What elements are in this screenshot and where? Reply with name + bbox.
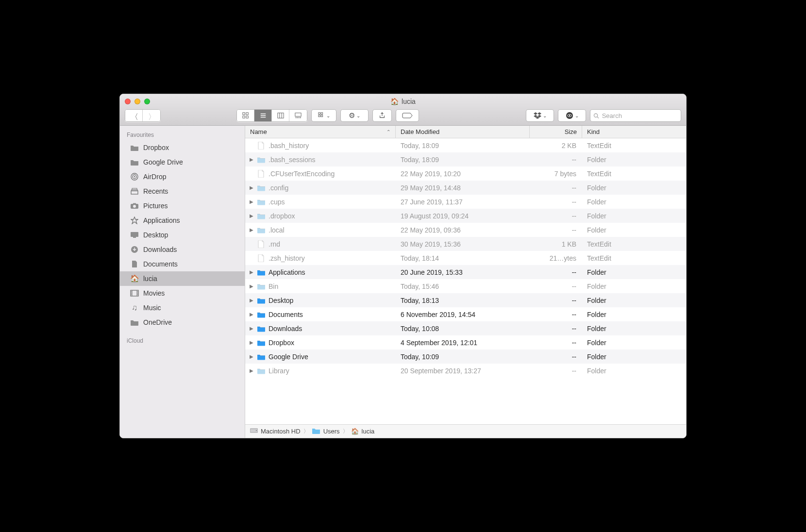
folder-icon: [257, 310, 266, 319]
disclosure-triangle-icon[interactable]: ▶: [249, 185, 254, 190]
view-column-button[interactable]: [272, 110, 289, 121]
file-row[interactable]: ▶BinToday, 15:46--Folder: [245, 279, 686, 293]
view-icon-button[interactable]: [237, 110, 254, 121]
file-row[interactable]: ▶Google DriveToday, 10:09--Folder: [245, 349, 686, 364]
sidebar-item-label: AirDrop: [143, 173, 166, 181]
sidebar-item-google-drive[interactable]: Google Drive: [120, 155, 245, 169]
file-row[interactable]: ▶DownloadsToday, 10:08--Folder: [245, 321, 686, 335]
privacy-menu-button[interactable]: ⌄: [558, 109, 586, 122]
file-row[interactable]: ▶DesktopToday, 18:13--Folder: [245, 293, 686, 307]
column-size[interactable]: Size: [530, 126, 582, 138]
disclosure-triangle-icon[interactable]: ▶: [249, 312, 254, 317]
file-row[interactable]: ▶Dropbox4 September 2019, 12:01--Folder: [245, 335, 686, 349]
disclosure-triangle-icon[interactable]: ▶: [249, 199, 254, 204]
file-row[interactable]: ▶Documents6 November 2019, 14:54--Folder: [245, 307, 686, 321]
file-row[interactable]: ▶.dropbox19 August 2019, 09:24--Folder: [245, 209, 686, 223]
search-field[interactable]: [590, 109, 681, 122]
path-part[interactable]: Users: [323, 428, 340, 435]
file-row[interactable]: .bash_historyToday, 18:092 KBTextEdit: [245, 138, 686, 152]
file-list[interactable]: .bash_historyToday, 18:092 KBTextEdit▶.b…: [245, 138, 686, 424]
content-area: Name ⌃ Date Modified Size Kind .bash_his…: [245, 126, 686, 438]
file-size: --: [530, 297, 582, 304]
file-date: Today, 18:13: [396, 297, 530, 304]
file-date: 27 June 2019, 11:37: [396, 198, 530, 206]
file-name: .dropbox: [269, 212, 295, 220]
file-icon: [257, 169, 266, 178]
sidebar-item-pictures[interactable]: Pictures: [120, 199, 245, 213]
disclosure-triangle-icon[interactable]: ▶: [249, 269, 254, 275]
file-row[interactable]: ▶.cups27 June 2019, 11:37--Folder: [245, 195, 686, 209]
file-kind: Folder: [582, 184, 686, 192]
disclosure-triangle-icon[interactable]: ▶: [249, 340, 254, 345]
svg-rect-18: [321, 115, 323, 117]
sidebar-item-airdrop[interactable]: AirDrop: [120, 169, 245, 184]
traffic-lights: [125, 99, 159, 104]
disclosure-triangle-icon[interactable]: ▶: [249, 157, 254, 162]
disclosure-triangle-icon[interactable]: ▶: [249, 354, 254, 359]
eye-icon: [566, 112, 573, 119]
sidebar-item-label: Google Drive: [143, 158, 183, 166]
arrange-button[interactable]: ⌄: [311, 109, 336, 122]
sidebar-item-recents[interactable]: Recents: [120, 184, 245, 199]
back-button[interactable]: 〈: [125, 110, 143, 121]
file-kind: Folder: [582, 226, 686, 234]
disclosure-triangle-icon[interactable]: ▶: [249, 283, 254, 289]
zoom-button[interactable]: [144, 99, 150, 104]
sidebar-item-dropbox[interactable]: Dropbox: [120, 140, 245, 155]
path-part[interactable]: Macintosh HD: [261, 428, 301, 435]
file-kind: TextEdit: [582, 254, 686, 262]
file-kind: Folder: [582, 353, 686, 361]
file-date: 4 September 2019, 12:01: [396, 339, 530, 347]
sidebar: Favourites DropboxGoogle DriveAirDropRec…: [120, 126, 245, 438]
action-button[interactable]: ⚙ ⌄: [340, 109, 369, 122]
sidebar-item-lucia[interactable]: 🏠lucia: [120, 271, 245, 286]
file-kind: Folder: [582, 268, 686, 276]
forward-button[interactable]: 〉: [143, 110, 160, 121]
disclosure-triangle-icon[interactable]: ▶: [249, 213, 254, 218]
file-row[interactable]: .rnd30 May 2019, 15:361 KBTextEdit: [245, 237, 686, 251]
path-bar: Macintosh HD 〉 Users 〉 🏠 lucia: [245, 424, 686, 438]
file-row[interactable]: .CFUserTextEncoding22 May 2019, 10:207 b…: [245, 166, 686, 181]
file-row[interactable]: ▶.config29 May 2019, 14:48--Folder: [245, 181, 686, 195]
dropbox-menu-button[interactable]: ⌄: [526, 109, 554, 122]
file-row[interactable]: ▶Library20 September 2019, 13:27--Folder: [245, 364, 686, 378]
sidebar-item-label: OneDrive: [143, 318, 172, 326]
column-kind[interactable]: Kind: [582, 126, 686, 138]
sidebar-item-documents[interactable]: Documents: [120, 257, 245, 271]
sidebar-item-music[interactable]: ♫Music: [120, 300, 245, 315]
view-gallery-button[interactable]: [289, 110, 307, 121]
sidebar-item-label: Recents: [143, 187, 168, 195]
disclosure-triangle-icon[interactable]: ▶: [249, 227, 254, 233]
view-list-button[interactable]: [254, 110, 272, 121]
file-date: 22 May 2019, 10:20: [396, 170, 530, 178]
disclosure-triangle-icon[interactable]: ▶: [249, 326, 254, 331]
column-name[interactable]: Name ⌃: [245, 126, 396, 138]
sidebar-item-downloads[interactable]: Downloads: [120, 242, 245, 257]
sidebar-item-onedrive[interactable]: OneDrive: [120, 315, 245, 330]
sidebar-item-movies[interactable]: Movies: [120, 286, 245, 300]
search-input[interactable]: [602, 112, 678, 119]
share-button[interactable]: [372, 109, 392, 122]
disclosure-triangle-icon[interactable]: ▶: [249, 298, 254, 303]
path-part[interactable]: lucia: [362, 428, 375, 435]
column-date[interactable]: Date Modified: [396, 126, 530, 138]
file-name: Downloads: [269, 325, 302, 332]
tags-button[interactable]: [396, 109, 419, 122]
file-date: 30 May 2019, 15:36: [396, 240, 530, 248]
sidebar-item-desktop[interactable]: Desktop: [120, 228, 245, 242]
file-row[interactable]: ▶.bash_sessionsToday, 18:09--Folder: [245, 152, 686, 166]
file-name: Bin: [269, 283, 278, 290]
sidebar-item-applications[interactable]: Applications: [120, 213, 245, 228]
file-row[interactable]: ▶Applications20 June 2019, 15:33--Folder: [245, 265, 686, 279]
minimize-button[interactable]: [134, 99, 140, 104]
svg-rect-2: [242, 116, 244, 118]
disclosure-triangle-icon[interactable]: ▶: [249, 368, 254, 373]
svg-rect-7: [277, 113, 283, 118]
file-row[interactable]: ▶.local22 May 2019, 09:36--Folder: [245, 223, 686, 237]
close-button[interactable]: [125, 99, 131, 104]
file-name: Google Drive: [269, 353, 308, 361]
sidebar-section-favourites: Favourites: [120, 129, 245, 140]
folder-icon: [257, 268, 266, 277]
file-row[interactable]: .zsh_historyToday, 18:1421…ytesTextEdit: [245, 251, 686, 265]
file-name: .bash_history: [269, 142, 309, 150]
